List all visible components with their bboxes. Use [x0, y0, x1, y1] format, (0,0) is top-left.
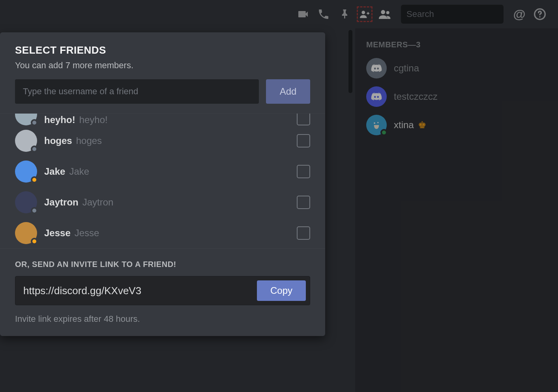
avatar: [15, 114, 37, 125]
friend-search-input[interactable]: [15, 79, 259, 104]
svg-point-6: [539, 16, 540, 17]
member-row[interactable]: testczczcz: [363, 82, 550, 111]
friend-username: Jake: [69, 166, 89, 177]
status-indicator-icon: [31, 238, 38, 245]
invite-heading: OR, SEND AN INVITE LINK TO A FRIEND!: [15, 260, 310, 269]
avatar: [366, 58, 387, 78]
friend-checkbox[interactable]: [297, 226, 310, 240]
search-input[interactable]: [406, 9, 515, 19]
select-friends-popover: SELECT FRIENDS You can add 7 more member…: [0, 32, 325, 336]
invite-link-row: Copy: [15, 276, 310, 305]
voice-call-icon[interactable]: [316, 6, 331, 22]
member-name: cgtina: [394, 63, 419, 74]
svg-point-9: [377, 122, 378, 123]
avatar: [15, 222, 37, 244]
friend-checkbox[interactable]: [297, 196, 310, 209]
status-indicator-icon: [31, 176, 38, 183]
friend-checkbox[interactable]: [297, 165, 310, 178]
avatar: [15, 161, 37, 183]
member-row[interactable]: cgtina: [363, 54, 550, 82]
member-name: xtina ♚: [394, 119, 427, 131]
svg-point-1: [381, 10, 385, 14]
pin-icon[interactable]: [336, 6, 352, 22]
status-indicator-icon: [31, 146, 38, 153]
help-icon[interactable]: [532, 6, 548, 22]
friend-display-name: hoges: [44, 135, 72, 146]
members-icon[interactable]: [377, 6, 393, 22]
status-indicator-icon: [31, 207, 38, 214]
status-indicator-icon: [380, 129, 388, 136]
friend-row[interactable]: Jesse Jesse: [15, 218, 310, 248]
friend-display-name: heyho!: [44, 114, 75, 125]
avatar: [15, 130, 37, 152]
add-friends-icon[interactable]: [357, 6, 373, 22]
chat-scrollbar-thumb[interactable]: [348, 30, 352, 93]
add-button[interactable]: Add: [266, 79, 310, 104]
friend-row[interactable]: Jaytron Jaytron: [15, 187, 310, 218]
friend-row[interactable]: hoges hoges: [15, 125, 310, 156]
avatar: [366, 86, 387, 107]
members-heading: MEMBERS—3: [366, 40, 550, 49]
popover-subtitle: You can add 7 more members.: [15, 60, 310, 71]
friend-display-name: Jake: [44, 166, 65, 177]
friend-checkbox[interactable]: [297, 134, 310, 147]
member-row[interactable]: xtina ♚: [363, 111, 550, 139]
svg-point-8: [374, 122, 375, 124]
channel-search[interactable]: [401, 5, 504, 24]
chat-scrollbar-track: [347, 28, 355, 392]
avatar: [366, 115, 387, 135]
status-indicator-icon: [31, 119, 38, 125]
friend-username: Jaytron: [82, 197, 114, 208]
friend-row[interactable]: heyho! heyho!: [15, 114, 310, 125]
invite-link-input[interactable]: [23, 285, 257, 297]
avatar: [15, 191, 37, 213]
svg-point-2: [386, 11, 389, 14]
friend-username: hoges: [76, 135, 102, 146]
friends-list: heyho! heyho! hoges hoges Jake Jake Jayt…: [0, 113, 325, 248]
copy-button[interactable]: Copy: [257, 280, 306, 301]
member-name: testczczcz: [394, 91, 438, 102]
crown-icon: ♚: [418, 119, 427, 131]
friend-username: Jesse: [75, 228, 99, 239]
svg-point-0: [361, 11, 365, 14]
mentions-icon[interactable]: @: [511, 6, 527, 22]
friend-username: heyho!: [79, 114, 108, 125]
friend-checkbox[interactable]: [297, 114, 310, 125]
friend-row[interactable]: Jake Jake: [15, 156, 310, 187]
friend-display-name: Jaytron: [44, 197, 79, 208]
popover-title: SELECT FRIENDS: [15, 44, 310, 56]
friend-display-name: Jesse: [44, 228, 71, 239]
invite-expiry-text: Invite link expires after 48 hours.: [15, 314, 310, 324]
video-call-icon[interactable]: [295, 6, 311, 22]
members-panel: MEMBERS—3 cgtina testczczcz xtina ♚: [355, 28, 558, 392]
channel-toolbar: @: [0, 0, 558, 28]
